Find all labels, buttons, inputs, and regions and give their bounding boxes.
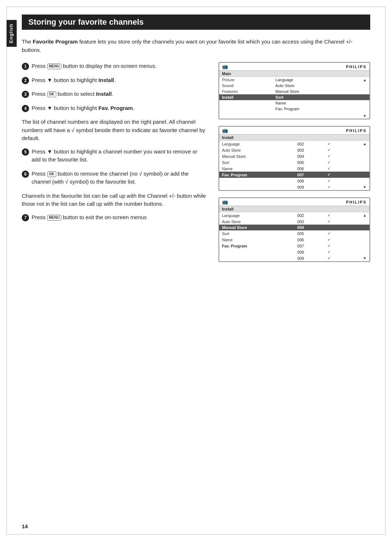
s3-008: 008 xyxy=(294,249,324,255)
table-row: 008 ✓ xyxy=(219,249,370,255)
ok-button-icon-1: OK xyxy=(47,91,56,97)
step-4: 4 Press ▼ button to highlight Fav. Progr… xyxy=(22,104,208,112)
screen1-table: Picture Language ▲ Sound Auto Store Feat… xyxy=(219,77,370,119)
s2-favprogram: Fav. Program xyxy=(219,172,295,178)
screen2-title: Install xyxy=(219,135,370,141)
table-row-favprogram: Fav. Program 007 ✓ xyxy=(219,172,370,178)
s2-check-008: ✓ xyxy=(324,178,347,184)
menu-button-icon-2: MENU xyxy=(47,215,61,221)
menu-item-autostore: Auto Store xyxy=(273,83,346,89)
menu-item-favprogram: Fav. Program xyxy=(273,106,346,112)
tv-screen-1-header: 📺 PHILIPS xyxy=(219,63,370,71)
step-7-number: 7 xyxy=(22,214,29,221)
menu-item-picture: Picture xyxy=(219,77,273,83)
page-title: Storing your favorite channels xyxy=(22,15,370,30)
step-5-text: Press ▼ button to highlight a channel nu… xyxy=(32,148,208,164)
table-row: Fav. Program 007 ✓ xyxy=(219,243,370,249)
step-5-number: 5 xyxy=(22,148,29,156)
step-1-number: 1 xyxy=(22,63,29,70)
step-6-para1: Channels in the favourite list can be ca… xyxy=(22,192,208,208)
table-row: Auto Store 003 ✓ xyxy=(219,218,370,225)
table-row: Sort 005 ✓ xyxy=(219,159,370,165)
s2-check-007: ✓ xyxy=(324,172,347,178)
s3-favprogram: Fav. Program xyxy=(219,243,295,249)
s3-check-003: ✓ xyxy=(324,218,347,225)
s3-name: Name xyxy=(219,237,295,243)
step-7: 7 Press MENU button to exit the on-scree… xyxy=(22,213,208,222)
s3-007: 007 xyxy=(294,243,324,249)
ok-button-icon-2: OK xyxy=(47,171,56,177)
brand-1: PHILIPS xyxy=(346,65,367,69)
table-row: Auto Store 003 ✓ xyxy=(219,147,370,153)
tv-icon-3: 📺 xyxy=(222,199,228,205)
step-2-text: Press ▼ button to highlight Install. xyxy=(32,76,208,85)
table-row: Name 006 ✓ xyxy=(219,237,370,243)
s2-003: 003 xyxy=(294,147,324,153)
step-1: 1 Press MENU button to display the on-sc… xyxy=(22,62,208,70)
tv-screen-3: 📺 PHILIPS Install Language 002 ✓ ▲ Auto … xyxy=(219,197,371,262)
step-3-text: Press OK button to select Install. xyxy=(32,90,208,98)
s2-check-002: ✓ xyxy=(324,141,347,147)
table-row: 008 ✓ xyxy=(219,178,370,184)
table-row: Manual Store 004 ✓ xyxy=(219,153,370,159)
s2-autostore: Auto Store xyxy=(219,147,295,153)
brand-2: PHILIPS xyxy=(346,128,367,133)
step-4-para: The list of channel numbers are displaye… xyxy=(22,118,208,143)
s3-009: 009 xyxy=(294,255,324,261)
step-6-text: Press OK button to remove the channel (n… xyxy=(32,170,208,186)
step-4-text: Press ▼ button to highlight Fav. Program… xyxy=(32,104,208,112)
s3-sort: Sort xyxy=(219,230,295,237)
table-row: 009 ✓ ▼ xyxy=(219,184,370,190)
s2-check-005: ✓ xyxy=(324,159,347,165)
step-7-text: Press MENU button to exit the on-screen … xyxy=(32,213,208,222)
step-1-text: Press MENU button to display the on-scre… xyxy=(32,62,208,70)
s2-008: 008 xyxy=(294,178,324,184)
table-row: Name 006 ✓ xyxy=(219,165,370,172)
table-row: ▼ xyxy=(219,113,370,119)
tv-screen-1: 📺 PHILIPS Main Picture Language ▲ Sound … xyxy=(219,62,371,119)
step-2-number: 2 xyxy=(22,77,29,84)
menu-item-features: Features xyxy=(219,89,273,94)
table-row: Picture Language ▲ xyxy=(219,77,370,83)
menu-item-install: Install xyxy=(219,94,273,100)
s2-002: 002 xyxy=(294,141,324,147)
s3-005: 005 xyxy=(294,230,324,237)
s3-check-009: ✓ xyxy=(324,255,347,261)
tv-screen-3-header: 📺 PHILIPS xyxy=(219,198,370,206)
s3-check-008: ✓ xyxy=(324,249,347,255)
tv-screen-2-header: 📺 PHILIPS xyxy=(219,127,370,135)
s2-name: Name xyxy=(219,165,295,172)
s2-007: 007 xyxy=(294,172,324,178)
table-row: Features Manual Store xyxy=(219,89,370,94)
tv-icon-1: 📺 xyxy=(222,64,228,69)
step-6-number: 6 xyxy=(22,171,29,178)
s3-006: 006 xyxy=(294,237,324,243)
table-row: Sound Auto Store xyxy=(219,83,370,89)
steps-column: 1 Press MENU button to display the on-sc… xyxy=(22,62,208,262)
s3-autostore: Auto Store xyxy=(219,218,295,225)
table-row-004: Manual Store 004 xyxy=(219,225,370,230)
intro-text: The Favorite Program feature lets you st… xyxy=(22,38,370,54)
table-row: 009 ✓ ▼ xyxy=(219,255,370,261)
s2-sort: Sort xyxy=(219,159,295,165)
menu-item-name: Name xyxy=(273,100,346,106)
step-2: 2 Press ▼ button to highlight Install. xyxy=(22,76,208,85)
table-row: Sort 005 ✓ xyxy=(219,230,370,237)
s3-manualstore: Manual Store xyxy=(219,225,295,230)
s2-009: 009 xyxy=(294,184,324,190)
step-4-number: 4 xyxy=(22,105,29,112)
s2-005: 005 xyxy=(294,159,324,165)
s3-003: 003 xyxy=(294,218,324,225)
table-row: Language 002 ✓ ▲ xyxy=(219,141,370,147)
s2-language: Language xyxy=(219,141,295,147)
s3-check-007: ✓ xyxy=(324,243,347,249)
screen3-title: Install xyxy=(219,206,370,212)
step-6: 6 Press OK button to remove the channel … xyxy=(22,170,208,186)
s3-check-006: ✓ xyxy=(324,237,347,243)
menu-item-sort: Sort xyxy=(273,94,346,100)
s2-check-003: ✓ xyxy=(324,147,347,153)
menu-button-icon: MENU xyxy=(47,63,61,69)
s3-language: Language xyxy=(219,212,295,218)
language-tab: English xyxy=(7,20,17,47)
screens-column: 📺 PHILIPS Main Picture Language ▲ Sound … xyxy=(219,62,371,262)
